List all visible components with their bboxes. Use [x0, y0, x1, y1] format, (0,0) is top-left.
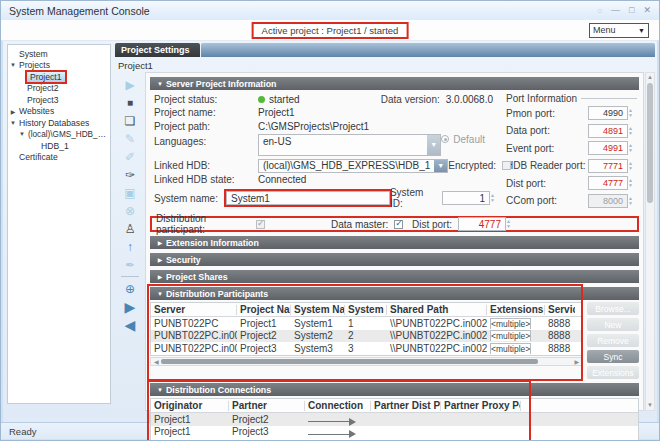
collapse-icon[interactable]	[154, 291, 166, 297]
tree-item-project1[interactable]: Project1	[9, 71, 109, 83]
cancel-icon[interactable]: ⊗	[121, 202, 139, 219]
tree-item-websites[interactable]: Websites	[9, 106, 109, 118]
expand-icon[interactable]	[154, 239, 166, 246]
extensions-cell[interactable]: <multiple>	[490, 343, 531, 354]
spinner-arrows-icon[interactable]: ▲▼	[628, 178, 637, 188]
expander-icon[interactable]	[9, 62, 17, 68]
connection-row[interactable]: Project1 Project2	[151, 413, 638, 426]
system-id-stepper[interactable]: 1 ▲▼	[442, 191, 499, 205]
connections-table-header: Originator Partner Connection Partner Di…	[151, 399, 638, 413]
spinner-arrows-icon[interactable]: ▲▼	[628, 161, 637, 171]
expand-icon[interactable]	[154, 273, 166, 280]
collapse-icon[interactable]	[154, 387, 166, 393]
spinner-arrows-icon[interactable]: ▲▼	[628, 143, 637, 153]
start-project-icon[interactable]: ▶	[121, 76, 139, 93]
stop-project-icon[interactable]: ■	[121, 94, 139, 111]
scrollbar-thumb[interactable]	[161, 359, 539, 364]
section-header-extension-information[interactable]: Extension Information	[150, 236, 639, 249]
expander-icon[interactable]	[9, 120, 17, 126]
language-option[interactable]: en-US	[259, 135, 427, 155]
tree-item-hdb-express[interactable]: (local)\GMS_HDB_EXPRESS	[9, 129, 109, 141]
tree-item-history-databases[interactable]: History Databases	[9, 117, 109, 129]
close-icon[interactable]: ✕	[643, 6, 651, 15]
spinner-arrows-icon: ▲▼	[628, 196, 637, 206]
extensions-cell[interactable]: <multiple>	[490, 318, 531, 329]
tree-item-project3[interactable]: Project3	[9, 94, 109, 106]
connection-row[interactable]: Project1 Project3	[151, 426, 638, 439]
settings-vertical-scrollbar[interactable]: ▲ ▼	[645, 72, 655, 411]
expander-icon[interactable]	[9, 108, 17, 115]
data-port-input[interactable]: 4891	[588, 124, 628, 138]
languages-listbox[interactable]: en-US ▼	[258, 134, 441, 156]
expander-icon[interactable]	[18, 131, 26, 137]
chevron-down-icon[interactable]: ▼	[434, 160, 447, 172]
upgrade-icon[interactable]: ↑	[121, 238, 139, 255]
event-port-input[interactable]: 4991	[588, 141, 628, 155]
collapse-icon[interactable]	[154, 81, 166, 87]
section-header-project-shares[interactable]: Project Shares	[150, 270, 639, 283]
tab-project-settings[interactable]: Project Settings	[115, 43, 200, 57]
spinner-arrows-icon[interactable]: ▲▼	[490, 191, 499, 205]
project-status-value: started	[269, 94, 300, 105]
tree-item-hdb1[interactable]: HDB_1	[9, 140, 109, 152]
port-information-group: Port Information Pmon port: 4990 ▲▼ Data…	[505, 93, 637, 211]
section-header-server-project-information[interactable]: Server Project Information	[150, 77, 639, 90]
menu-dropdown[interactable]: Menu ▼	[589, 23, 649, 38]
titlebar: System Management Console ◌ — □ ✕	[1, 1, 659, 20]
quill-icon[interactable]: ✒	[121, 256, 139, 273]
tree-item-project2[interactable]: Project2	[9, 83, 109, 95]
maximize-icon[interactable]: □	[629, 6, 634, 15]
data-master-checkbox[interactable]	[394, 220, 403, 229]
restore-project-icon[interactable]: ❏	[121, 112, 139, 129]
section-header-distribution-participants[interactable]: Distribution Participants	[150, 287, 639, 300]
extensions-cell[interactable]: <multiple>	[490, 330, 531, 341]
scroll-down-icon[interactable]: ▼	[647, 402, 653, 409]
rename-icon[interactable]: ✑	[121, 166, 139, 183]
system-name-input[interactable]: System1	[226, 191, 390, 205]
banner-row: Active project : Project1 / started Menu…	[1, 20, 659, 41]
hdb-reader-port-input[interactable]: 7771	[588, 159, 628, 173]
dist-port-input[interactable]: 4777	[588, 176, 628, 190]
save-icon[interactable]: ▣	[121, 184, 139, 201]
tree-item-system[interactable]: System	[9, 48, 109, 60]
scrollbar-thumb[interactable]	[647, 83, 653, 203]
spinner-arrows-icon[interactable]: ▲▼	[628, 108, 637, 118]
chevron-down-icon: ▼	[638, 27, 645, 34]
add-icon[interactable]: ⊕	[121, 280, 139, 297]
data-version-label: Data version:	[381, 94, 440, 105]
spinner-arrows-icon[interactable]: ▲▼	[628, 126, 637, 136]
edit-icon[interactable]: ✎	[121, 130, 139, 147]
section-header-security[interactable]: Security	[150, 253, 639, 266]
expand-icon[interactable]	[154, 256, 166, 263]
scroll-up-icon[interactable]: ▲	[647, 74, 653, 81]
linked-hdb-combo[interactable]: (local)\GMS_HDB_EXPRESS\HDB_1 ▼	[258, 159, 448, 173]
section-header-distribution-connections[interactable]: Distribution Connections	[150, 383, 639, 396]
connection-arrow-icon	[308, 418, 356, 426]
tree-item-certificate[interactable]: Certificate	[9, 152, 109, 164]
new-button: New	[587, 318, 639, 331]
spinner-arrows-icon[interactable]: ▲▼	[506, 217, 515, 231]
sync-button[interactable]: Sync	[587, 350, 639, 363]
distribution-participant-checkbox[interactable]	[256, 220, 265, 229]
scroll-right-icon[interactable]: ▶	[572, 358, 581, 365]
participant-row[interactable]: PUNBT022PC.in002.siemens.net Project2 Sy…	[151, 330, 582, 343]
system-name-label: System name:	[154, 193, 226, 204]
languages-label: Languages:	[154, 134, 258, 147]
minimize-icon[interactable]: —	[611, 6, 620, 15]
dist-port-stepper[interactable]: 4777 ▲▼	[458, 217, 515, 231]
encrypted-checkbox[interactable]	[502, 161, 511, 170]
pmon-port-input[interactable]: 4990	[588, 106, 628, 120]
user-edit-icon[interactable]: ♙	[121, 220, 139, 237]
linked-hdb-value: (local)\GMS_HDB_EXPRESS\HDB_1	[259, 160, 434, 171]
participants-horizontal-scrollbar[interactable]: ◀ ▶	[150, 357, 583, 366]
default-radio[interactable]	[441, 135, 449, 143]
forward-icon[interactable]: ▶	[121, 298, 139, 315]
scroll-left-icon[interactable]: ◀	[152, 358, 161, 365]
erase-icon[interactable]: ✐	[121, 148, 139, 165]
system-id-label: System ID:	[390, 187, 436, 209]
participant-row[interactable]: PUNBT022PC Project1 System1 1 \\PUNBT022…	[151, 317, 582, 330]
participant-row[interactable]: PUNBT022PC.in002.siemens.net Project3 Sy…	[151, 342, 582, 355]
back-icon[interactable]: ◀	[121, 316, 139, 333]
toolbar-separator	[121, 276, 139, 277]
project-name-label: Project name:	[154, 107, 258, 118]
